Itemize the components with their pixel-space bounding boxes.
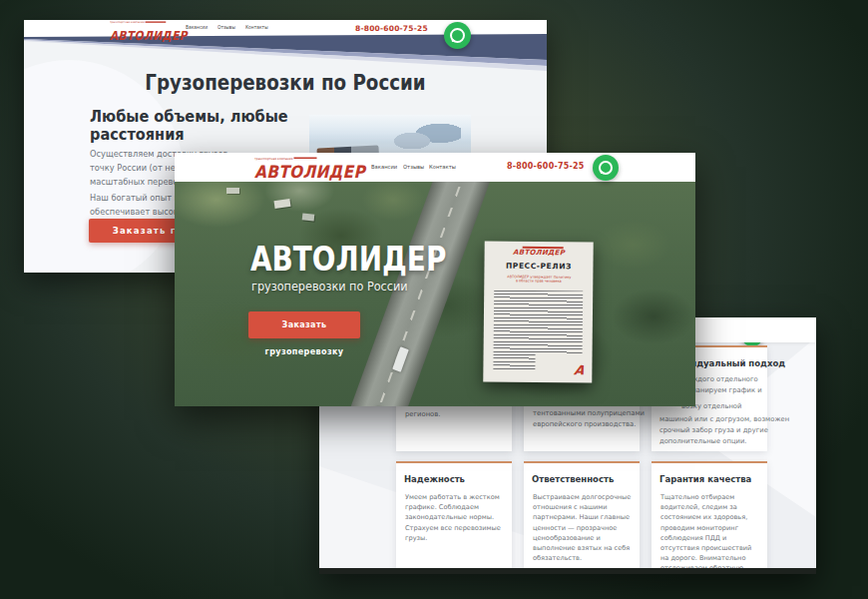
phone-link[interactable]: 8-800-600-75-25 (507, 162, 585, 171)
whatsapp-icon[interactable] (444, 22, 471, 49)
hero-title: АВТОЛИДЕР (250, 239, 446, 279)
site-header: транспортная компания АВТОЛИДЕР Вакансии… (175, 153, 695, 182)
rooftop (302, 213, 315, 221)
advantage-card-reliability: Надежность Умеем работать в жестком граф… (396, 461, 512, 569)
card-text-line: машиной или с догрузом, возможен (659, 415, 789, 423)
card-text-line: европейского производства. (533, 420, 636, 428)
card-title: Гарантия качества (659, 474, 751, 484)
card-text-line: планируем график и (687, 386, 762, 394)
desktop-background: транспортная компания АВТОЛИДЕР Вакансии… (0, 0, 868, 599)
logo-wordmark: АВТОЛИДЕР (254, 162, 365, 182)
phone-link[interactable]: 8-800-600-75-25 (355, 24, 428, 33)
card-text-line: срочный забор груза и другие (659, 426, 768, 434)
nav-item-reviews[interactable]: Отзывы (403, 164, 424, 170)
order-shipping-button[interactable]: Заказать грузоперевозку (248, 311, 360, 338)
press-contact-smallprint (493, 354, 535, 370)
card-text: Тщательно отбираем водителей, следим за … (660, 492, 759, 574)
logo-tagline: транспортная компания (254, 157, 317, 160)
card-text-line: дополнительные опции. (659, 437, 747, 445)
brand-logo[interactable]: транспортная компания АВТОЛИДЕР (110, 21, 234, 44)
whatsapp-icon[interactable] (593, 155, 619, 181)
card-text: Выстраиваем долгосрочные отношения с наш… (533, 492, 632, 563)
nav-item-reviews[interactable]: Отзывы (217, 25, 235, 30)
subtitle-line-1: Любые объемы, любые (90, 108, 288, 126)
hero-section: АВТОЛИДЕР грузоперевозки по России Заказ… (175, 182, 695, 406)
subtitle-line-2: расстояния (90, 126, 288, 144)
card-text-line: аждого отдельного (687, 375, 758, 383)
card-text-fragment: регионов. (405, 409, 504, 420)
brand-logo[interactable]: транспортная компания АВТОЛИДЕР (254, 157, 379, 182)
press-signature-mark: А (573, 362, 585, 377)
card-title: Надежность (404, 474, 465, 484)
hero-subtitle: грузоперевозки по России (251, 279, 408, 294)
screenshot-hero-front: транспортная компания АВТОЛИДЕР Вакансии… (175, 153, 695, 406)
press-title: ПРЕСС-РЕЛИЗ (484, 261, 593, 271)
nav-item-contacts[interactable]: Контакты (429, 164, 456, 170)
card-text-line: тентованными полуприцепами (533, 409, 645, 417)
press-subtitle-line: в области прав человека (507, 279, 570, 284)
advantage-card-quality-guarantee: Гарантия качества Тщательно отбираем вод… (651, 461, 767, 569)
press-release-document: АВТОЛИДЕР ПРЕСС-РЕЛИЗ АВТОЛИДЕР утвержда… (483, 241, 593, 382)
page-title: Грузоперевозки по России (58, 71, 513, 95)
rooftop (226, 188, 239, 194)
footer-strip (319, 568, 816, 574)
card-title: Ответственность (532, 474, 614, 484)
card-text: Умеем работать в жестком графике. Соблюд… (405, 492, 504, 543)
advantage-card-responsibility: Ответственность Выстраиваем долгосрочные… (524, 461, 640, 569)
press-body-smallprint (494, 291, 584, 355)
logo-tagline: транспортная компания (110, 21, 166, 23)
section-subtitle: Любые объемы, любые расстояния (90, 108, 288, 143)
logo-wordmark: АВТОЛИДЕР (110, 28, 188, 43)
nav-item-vacancies[interactable]: Вакансии (371, 164, 397, 170)
press-logo: АВТОЛИДЕР (485, 248, 594, 257)
nav-item-contacts[interactable]: Контакты (245, 25, 268, 30)
press-subtitle: АВТОЛИДЕР утверждает Политику в области … (507, 275, 570, 284)
nav-item-vacancies[interactable]: Вакансии (186, 25, 208, 30)
